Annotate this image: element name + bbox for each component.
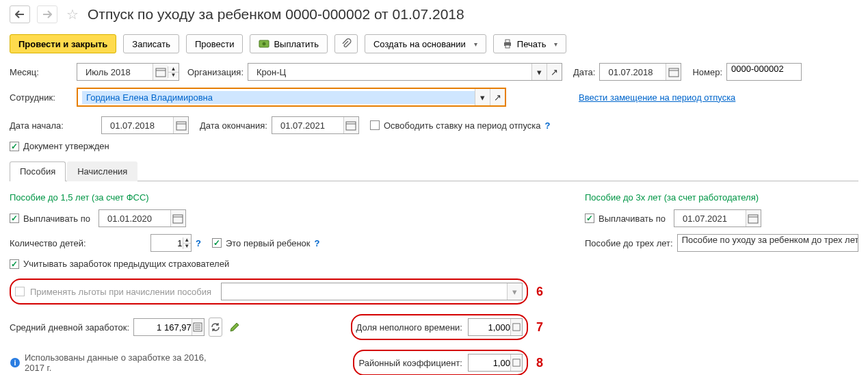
nav-back-button[interactable] [10, 5, 30, 23]
svg-rect-7 [176, 122, 186, 130]
approved-checkbox[interactable] [10, 142, 19, 151]
annotation-6: 6 [536, 285, 543, 299]
svg-text:i: i [14, 359, 16, 367]
svg-rect-9 [173, 215, 183, 223]
calendar-icon[interactable] [170, 210, 185, 227]
start-date-field[interactable]: 01.07.2018 [101, 116, 189, 134]
nav-forward-button[interactable] [37, 5, 57, 23]
children-spinner[interactable]: ▲▼ [183, 237, 191, 249]
refresh-icon [210, 322, 221, 333]
svg-rect-5 [156, 68, 166, 77]
benefit-15-title: Пособие до 1,5 лет (за счет ФСС) [10, 192, 543, 203]
help-icon[interactable]: ? [544, 120, 550, 131]
page-title: Отпуск по уходу за ребенком 0000-000002 … [88, 6, 464, 23]
help-icon[interactable]: ? [315, 238, 320, 248]
first-child-label: Это первый ребенок [226, 238, 311, 248]
calendar-icon[interactable] [153, 64, 168, 80]
children-count-field[interactable]: ▲▼ [150, 234, 192, 252]
number-label: Номер: [692, 67, 722, 77]
pay-button[interactable]: Выплатить [250, 34, 328, 53]
calendar-icon[interactable] [173, 117, 188, 133]
svg-point-1 [263, 42, 266, 46]
prev-employers-label: Учитывать заработок предыдущих страховат… [23, 259, 229, 269]
favorite-star-icon[interactable]: ☆ [64, 6, 81, 23]
month-field[interactable]: Июль 2018 ▲▼ [77, 63, 179, 81]
calendar-icon[interactable] [746, 210, 761, 227]
annotation-7: 7 [536, 320, 543, 335]
attachment-button[interactable] [334, 34, 358, 53]
money-icon [259, 38, 269, 49]
info-text: Использованы данные о заработке за 2016,… [25, 352, 215, 373]
benefit-3y-type-label: Пособие до трех лет: [585, 238, 673, 248]
date-field[interactable]: 01.07.2018 [599, 63, 681, 81]
pay-until-15-field[interactable]: 01.01.2020 [98, 209, 186, 227]
post-and-close-button[interactable]: Провести и закрыть [10, 34, 116, 53]
calculator-icon[interactable] [510, 319, 522, 335]
pay-until-15-checkbox[interactable] [10, 214, 19, 223]
first-child-checkbox[interactable] [212, 238, 222, 248]
post-button[interactable]: Провести [186, 34, 244, 53]
tab-accruals[interactable]: Начисления [67, 161, 137, 181]
free-rate-label: Освободить ставку на период отпуска [384, 120, 541, 131]
svg-rect-11 [513, 324, 520, 331]
open-ref-icon[interactable]: ↗ [547, 64, 562, 80]
svg-rect-14 [513, 359, 520, 366]
pay-until-15-label: Выплачивать по [23, 214, 90, 224]
svg-rect-6 [669, 68, 679, 77]
save-button[interactable]: Записать [123, 34, 179, 53]
employee-field[interactable]: Гордина Елена Владимировна ▾ ↗ [77, 88, 506, 107]
part-time-field[interactable] [468, 318, 523, 336]
edit-pencil-icon[interactable] [229, 322, 240, 333]
avg-daily-field[interactable] [133, 318, 205, 336]
create-on-basis-button[interactable]: Создать на основании [365, 34, 486, 53]
free-rate-checkbox[interactable] [370, 120, 380, 130]
pay-until-3y-label: Выплачивать по [599, 214, 666, 224]
substitution-link[interactable]: Ввести замещение на период отпуска [579, 92, 735, 103]
prev-employers-checkbox[interactable] [10, 259, 19, 269]
svg-rect-15 [748, 215, 758, 223]
end-date-field[interactable]: 01.07.2021 [272, 116, 359, 134]
children-count-label: Количество детей: [10, 238, 146, 248]
apply-benefits-field[interactable]: ▾ [221, 283, 523, 300]
tab-benefits[interactable]: Пособия [10, 161, 66, 181]
part-time-label: Доля неполного времени: [356, 322, 462, 333]
start-date-label: Дата начала: [10, 120, 73, 131]
dropdown-icon[interactable]: ▾ [475, 89, 490, 105]
benefit-3y-title: Пособие до 3х лет (за счет работодателя) [585, 192, 858, 203]
calculator-icon[interactable] [510, 354, 522, 371]
month-label: Месяц: [10, 67, 73, 77]
calendar-icon[interactable] [343, 117, 358, 133]
approved-label: Документ утвержден [23, 141, 109, 151]
date-label: Дата: [573, 67, 595, 77]
calendar-icon[interactable] [666, 64, 681, 80]
svg-rect-3 [505, 40, 510, 42]
employee-label: Сотрудник: [10, 92, 73, 103]
org-field[interactable]: Крон-Ц ▾ ↗ [248, 63, 562, 81]
annotation-8: 8 [536, 356, 543, 370]
refresh-button[interactable] [209, 318, 222, 337]
info-icon: i [10, 357, 21, 368]
paperclip-icon [341, 38, 352, 49]
calculator-icon[interactable] [192, 319, 204, 335]
svg-rect-4 [505, 45, 510, 48]
org-label: Организация: [187, 67, 244, 77]
avg-daily-label: Средний дневной заработок: [10, 322, 129, 333]
region-coef-label: Районный коэффициент: [358, 358, 462, 368]
dropdown-icon[interactable]: ▾ [507, 283, 522, 300]
print-button[interactable]: Печать [493, 34, 567, 53]
help-icon[interactable]: ? [196, 238, 201, 248]
month-spinner[interactable]: ▲▼ [168, 66, 179, 78]
apply-benefits-checkbox[interactable] [15, 287, 25, 296]
number-field[interactable] [726, 63, 802, 81]
svg-rect-8 [346, 122, 356, 130]
pay-until-3y-field[interactable]: 01.07.2021 [674, 209, 761, 227]
printer-icon [502, 38, 513, 49]
apply-benefits-label: Применять льготы при начислении пособия [30, 287, 211, 297]
open-ref-icon[interactable]: ↗ [490, 89, 505, 105]
pay-until-3y-checkbox[interactable] [585, 214, 594, 223]
benefit-3y-type-field[interactable]: Пособие по уходу за ребенком до трех лет [677, 234, 858, 252]
region-coef-field[interactable] [468, 354, 523, 372]
dropdown-icon[interactable]: ▾ [531, 64, 547, 80]
end-date-label: Дата окончания: [200, 120, 267, 131]
